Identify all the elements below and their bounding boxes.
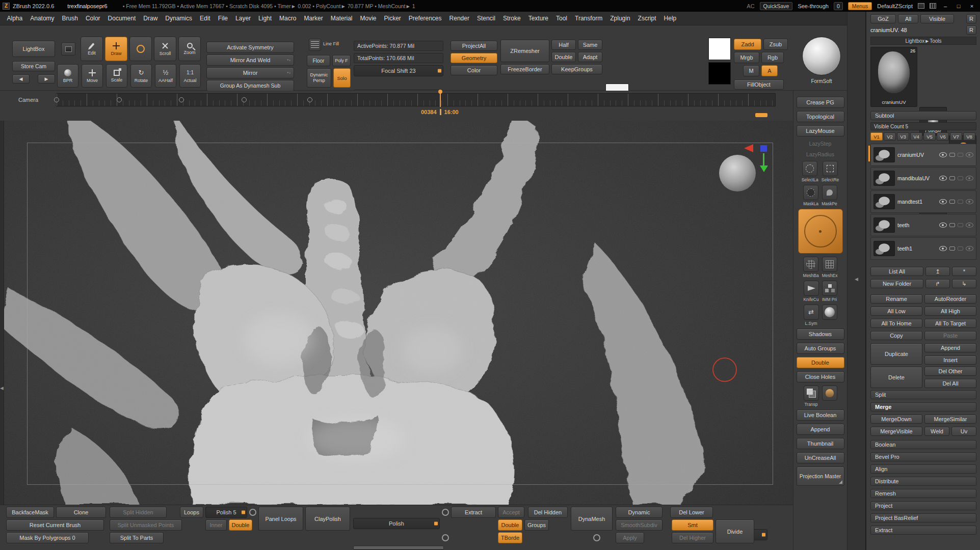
subtool-item-mandibulauv[interactable]: mandibulaUV [870, 167, 976, 189]
subtool-tab-v6[interactable]: V6 [937, 132, 949, 141]
l-sym-button[interactable]: L.Sym [804, 305, 819, 325]
actual-button[interactable]: 1:1 Actual [179, 64, 201, 88]
reset-current-brush-button[interactable]: Reset Current Brush [6, 519, 104, 531]
mirror-button[interactable]: Mirror *› [206, 67, 294, 78]
line-fill-icon[interactable] [309, 39, 321, 51]
split-to-parts-button[interactable]: Split To Parts [110, 532, 164, 543]
menus-button[interactable]: Menus [848, 2, 872, 10]
zadd-button[interactable]: Zadd [734, 39, 761, 50]
uv-button[interactable]: Uv [951, 427, 976, 436]
timeline-keyframe[interactable] [242, 97, 247, 102]
selectre-button[interactable]: SelectRe [822, 161, 839, 182]
bevel-pro-section-header[interactable]: Bevel Pro [870, 452, 976, 461]
knifecu-button[interactable]: KnifeCu [803, 281, 818, 301]
menu-item-preferences[interactable]: Preferences [405, 12, 445, 25]
lazymouse-button[interactable]: LazyMouse [797, 125, 844, 136]
duplicate-button[interactable]: Duplicate [870, 343, 922, 365]
claypolish-button[interactable]: ClayPolish [305, 507, 350, 531]
uv-icon[interactable] [958, 246, 963, 251]
double-button-b[interactable]: Double [498, 519, 522, 531]
menu-item-light[interactable]: Light [255, 12, 276, 25]
meshba-button[interactable]: MeshBa [803, 257, 819, 278]
shadows-button[interactable]: Shadows [797, 328, 844, 340]
paint-icon[interactable] [949, 246, 955, 251]
uncreaseall-button[interactable]: UnCreaseAll [797, 452, 844, 463]
mrgb-button[interactable]: Mrgb [734, 52, 759, 63]
floor-button[interactable]: Floor [307, 55, 330, 66]
divide-button[interactable]: Divide [716, 519, 754, 543]
thumbnail-button[interactable]: Thumbnail [797, 438, 844, 449]
menu-item-picker[interactable]: Picker [380, 12, 405, 25]
camera-next-button[interactable]: ▶ [38, 74, 55, 84]
autoreorder-button[interactable]: AutoReorder [924, 294, 976, 304]
menu-item-document[interactable]: Document [104, 12, 140, 25]
r-button[interactable]: R [966, 14, 976, 23]
seethrough-value[interactable]: 0 [834, 2, 843, 10]
paint-icon[interactable] [949, 200, 955, 204]
transp-button[interactable]: Transp [804, 386, 819, 406]
projection-master-button[interactable]: Projection Master [797, 466, 844, 486]
visible-count-slider[interactable]: Visible Count 5 [870, 122, 976, 130]
fillobject-button[interactable]: FillObject [734, 79, 784, 90]
all-to-target-button[interactable]: All To Target [924, 319, 976, 328]
polish-slider[interactable]: Polish [353, 518, 440, 529]
subtool-header[interactable]: Subtool [870, 111, 976, 120]
eye-icon[interactable] [939, 152, 947, 157]
store-cam-button[interactable]: Store Cam [12, 61, 55, 71]
subtool-tab-v8[interactable]: V8 [963, 132, 975, 141]
material-sphere-icon-button[interactable] [822, 305, 837, 325]
remesh-section-header[interactable]: Remesh [870, 489, 976, 498]
group-as-dynamesh-sub-button[interactable]: Group As Dynamesh Sub [206, 80, 294, 91]
menu-item-help[interactable]: Help [660, 12, 680, 25]
scroll-button[interactable]: Scroll [154, 37, 176, 61]
uv-icon[interactable] [958, 223, 963, 227]
distribute-section-header[interactable]: Distribute [870, 477, 976, 486]
auto-groups-button[interactable]: Auto Groups [797, 343, 844, 354]
subtool-tab-v7[interactable]: V7 [950, 132, 962, 141]
zoom-button[interactable]: Zoom [178, 37, 201, 61]
goz-button[interactable]: GoZ [870, 14, 896, 23]
meshex-button[interactable]: MeshEx [822, 257, 838, 278]
menu-item-marker[interactable]: Marker [300, 12, 327, 25]
slider-knob[interactable] [438, 69, 441, 73]
maskla-button[interactable]: MaskLa [803, 185, 818, 206]
subtool-tab-v3[interactable]: V3 [897, 132, 909, 141]
scale-button[interactable]: Scale [106, 64, 127, 88]
new-folder-button[interactable]: New Folder [870, 279, 923, 288]
zsub-button[interactable]: Zsub [763, 39, 788, 50]
mirror-and-weld-button[interactable]: Mirror And Weld *› [206, 54, 294, 66]
delete-button[interactable]: Delete [870, 367, 922, 388]
subtool-tab-v5[interactable]: V5 [923, 132, 936, 141]
timeline-keyframe[interactable] [54, 97, 59, 102]
project-section-header[interactable]: Project [870, 501, 976, 510]
half-button[interactable]: Half [551, 40, 576, 50]
left-tray-edge[interactable]: ◀ [0, 121, 4, 505]
mergedown-button[interactable]: MergeDown [870, 415, 922, 424]
rotate-button[interactable]: ↻ Rotate [130, 64, 152, 88]
solo-button[interactable]: Solo [333, 68, 351, 88]
secondary-color-swatch[interactable] [708, 62, 731, 85]
close-button[interactable]: × [968, 3, 976, 9]
double-button[interactable]: Double [797, 357, 844, 368]
live-boolean-button[interactable]: Live Boolean [797, 409, 844, 421]
mergevisible-button[interactable]: MergeVisible [870, 427, 922, 436]
menu-item-anatomy[interactable]: Anatomy [27, 12, 58, 25]
del-hidden-button[interactable]: Del Hidden [528, 507, 568, 518]
menu-item-tool[interactable]: Tool [552, 12, 571, 25]
menu-item-color[interactable]: Color [82, 12, 104, 25]
timeline-playhead[interactable] [440, 92, 441, 107]
draw-button[interactable]: Draw [105, 37, 127, 61]
menu-item-brush[interactable]: Brush [58, 12, 82, 25]
menu-item-alpha[interactable]: Alpha [3, 12, 27, 25]
bpr-button[interactable]: BPR [57, 64, 78, 88]
imm-pri-button[interactable]: IMM Pri [822, 281, 837, 301]
split-hidden-button[interactable]: Split Hidden [110, 507, 167, 518]
menu-item-macro[interactable]: Macro [276, 12, 300, 25]
slider-knob[interactable] [762, 533, 765, 537]
slider-knob[interactable] [434, 522, 438, 526]
right-tray-collapse-arrow[interactable]: ◀ [855, 277, 858, 282]
ghost-icon-button[interactable] [822, 386, 837, 406]
copy-button[interactable]: Copy [870, 331, 922, 340]
render-eye-icon[interactable] [966, 246, 973, 251]
apply-button[interactable]: Apply [616, 532, 644, 543]
